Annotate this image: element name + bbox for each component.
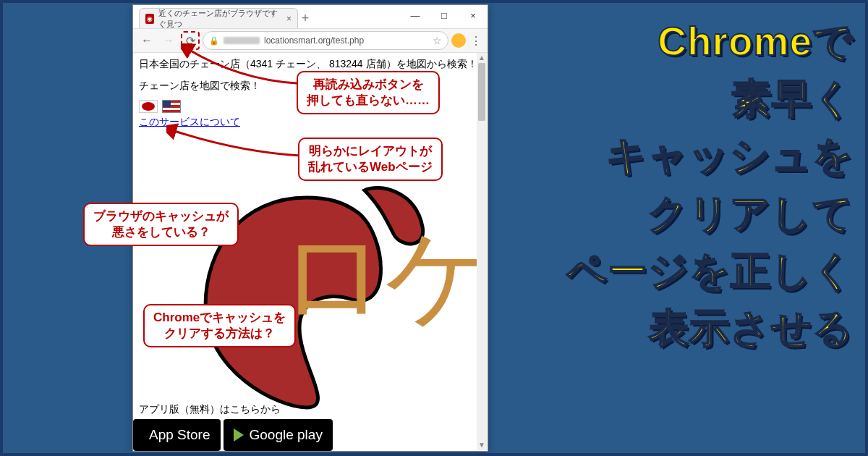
headline-l1: Chromeで (566, 13, 854, 70)
flag-jp-icon[interactable] (139, 100, 158, 113)
window-controls: — □ × (401, 5, 488, 25)
maximize-button[interactable]: □ (430, 5, 459, 25)
flag-us-icon[interactable] (162, 100, 181, 113)
store-badges: App Store Google play (133, 419, 333, 451)
favicon-icon: ◉ (145, 14, 154, 24)
callout-layout: 明らかにレイアウトが 乱れているWebページ (298, 138, 443, 181)
arrow-to-flags-icon (166, 123, 304, 166)
browser-tab[interactable]: ◉ 近くのチェーン店がブラウザですぐ見つ × (139, 8, 298, 28)
minimize-button[interactable]: — (401, 5, 430, 25)
headline: Chromeで 素早く キャッシュを クリアして ページを正しく 表示させる (566, 13, 854, 357)
headline-l6: 表示させる (566, 300, 854, 357)
google-play-label: Google play (250, 427, 323, 443)
headline-l5: ページを正しく (566, 242, 854, 300)
callout-howto: Chromeでキャッシュを クリアする方法は？ (143, 304, 296, 347)
tab-close-icon[interactable]: × (286, 14, 292, 24)
callout-reload-text: 再読み込みボタンを 押しても直らない…… (307, 77, 430, 107)
scroll-thumb[interactable] (478, 63, 485, 121)
close-button[interactable]: × (459, 5, 488, 25)
bookmark-star-icon[interactable]: ☆ (433, 35, 442, 46)
google-play-badge[interactable]: Google play (224, 419, 333, 451)
arrow-to-reload-icon (181, 43, 304, 87)
headline-l2: 素早く (566, 70, 854, 127)
vertical-scrollbar[interactable]: ▲ ▼ (477, 53, 487, 450)
headline-l3: キャッシュを (566, 127, 854, 185)
chrome-menu-button[interactable]: ⋮ (469, 34, 483, 48)
tab-title: 近くのチェーン店がブラウザですぐ見つ (158, 8, 279, 30)
app-store-badge[interactable]: App Store (133, 419, 221, 451)
scroll-up-icon[interactable]: ▲ (477, 53, 487, 63)
title-bar: ◉ 近くのチェーン店がブラウザですぐ見つ × + — □ × (133, 5, 488, 28)
callout-reload: 再読み込みボタンを 押しても直らない…… (297, 71, 440, 114)
app-store-label: App Store (149, 427, 210, 443)
extension-icon[interactable] (451, 33, 466, 48)
back-button[interactable]: ← (137, 31, 156, 50)
page-logo-text: ロケ (278, 205, 488, 351)
callout-layout-text: 明らかにレイアウトが 乱れているWebページ (308, 144, 433, 174)
play-icon (234, 428, 244, 442)
callout-howto-text: Chromeでキャッシュを クリアする方法は？ (153, 311, 286, 340)
new-tab-button[interactable]: + (298, 8, 312, 28)
callout-cache: ブラウザのキャッシュが 悪さをしている？ (83, 203, 239, 246)
headline-l4: クリアして (566, 185, 854, 242)
callout-cache-text: ブラウザのキャッシュが 悪さをしている？ (93, 209, 229, 239)
app-version-label: アプリ版（無料）はこちらから (139, 403, 281, 416)
forward-button[interactable]: → (159, 31, 178, 50)
scroll-down-icon[interactable]: ▼ (477, 440, 487, 450)
